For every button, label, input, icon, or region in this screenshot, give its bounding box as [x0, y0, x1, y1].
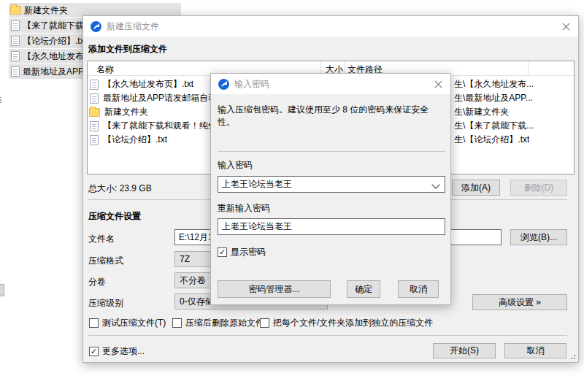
checkbox-box	[218, 247, 227, 257]
cancel-button[interactable]: 取消	[398, 280, 439, 298]
new-archive-titlebar[interactable]: 新建压缩文件	[83, 16, 578, 36]
start-button[interactable]: 开始(S)	[433, 343, 496, 358]
folder-icon	[10, 6, 21, 15]
checkbox-label: 测试压缩文件(T)	[102, 317, 166, 329]
password-combobox[interactable]: 上老王论坛当老王	[218, 176, 445, 193]
close-icon	[434, 80, 442, 88]
password-hint-text: 输入压缩包密码。建议使用至少 8 位的密码来保证安全性。	[218, 104, 442, 128]
file-path: 生\新建文件夹	[454, 106, 509, 118]
checkbox-box	[172, 318, 182, 328]
add-files-heading: 添加文件到压缩文件	[88, 43, 167, 55]
checkbox-box	[89, 318, 99, 328]
password-titlebar[interactable]: 输入密码	[211, 74, 450, 94]
confirm-password-input[interactable]: 上老王论坛当老王	[218, 218, 445, 235]
total-size-text: 总大小: 23.9 GB	[88, 182, 152, 195]
file-name: 【来了就能下载和观看！纯免费	[103, 120, 226, 132]
document-icon	[11, 36, 20, 46]
document-icon	[11, 20, 20, 31]
screen-edge-artifact: 5	[0, 96, 2, 104]
document-icon	[90, 93, 99, 104]
column-header-name[interactable]: 名称	[96, 64, 114, 76]
confirm-password-label: 重新输入密码	[218, 202, 270, 215]
file-name: 【论坛介绍】.txt	[103, 134, 167, 146]
explorer-item-file[interactable]: 最新地址及APP	[9, 64, 82, 79]
chevron-down-icon[interactable]	[431, 180, 439, 188]
document-icon	[11, 66, 20, 77]
screen: 新建文件夹 【来了就能下载 【论坛介绍】.txt 【永久地址发布 最新地址及AP…	[0, 0, 584, 392]
file-name: 新建文件夹	[104, 106, 148, 118]
separate-archives-checkbox[interactable]: 把每个文件/文件夹添加到独立的压缩文件	[260, 317, 433, 329]
test-archive-checkbox[interactable]: 测试压缩文件(T)	[89, 317, 166, 329]
archive-settings-heading: 压缩文件设置	[88, 210, 141, 223]
explorer-item-label: 【永久地址发布	[23, 50, 82, 63]
password-label: 输入密码	[218, 159, 253, 172]
checkbox-label: 显示密码	[231, 246, 266, 258]
file-path: 生\【论坛介绍】.txt	[454, 134, 529, 146]
add-button[interactable]: 添加(A)	[452, 180, 500, 196]
more-options-checkbox[interactable]: 更多选项...	[89, 345, 145, 358]
close-button[interactable]	[426, 74, 450, 94]
explorer-item-label: 【论坛介绍】.txt	[23, 35, 82, 47]
password-dialog: 输入密码 输入压缩包密码。建议使用至少 8 位的密码来保证安全性。 输入密码 上…	[210, 73, 451, 305]
checkbox-label: 把每个文件/文件夹添加到独立的压缩文件	[273, 317, 433, 329]
password-value: 上老王论坛当老王	[222, 178, 292, 191]
level-label: 压缩级别	[88, 297, 123, 310]
file-name: 最新地址及APP请发邮箱自动获	[103, 92, 226, 104]
checkbox-label: 压缩后删除原始文件	[185, 317, 264, 329]
bandizip-app-icon	[218, 79, 229, 90]
filename-label: 文件名	[88, 233, 115, 245]
browse-button[interactable]: 浏览(B)...	[510, 229, 567, 245]
dialog-title: 输入密码	[234, 78, 269, 91]
file-name: 【永久地址发布页】.txt	[103, 78, 193, 91]
checkbox-box	[89, 347, 99, 356]
explorer-item-label: 新建文件夹	[24, 4, 68, 17]
close-icon	[562, 23, 570, 31]
cancel-button[interactable]: 取消	[504, 343, 566, 358]
column-separator[interactable]	[528, 61, 529, 76]
ok-button[interactable]: 确定	[347, 280, 380, 298]
advanced-settings-button[interactable]: 高级设置 »	[472, 294, 567, 310]
explorer-item-file[interactable]: 【永久地址发布	[9, 49, 82, 64]
format-label: 压缩格式	[88, 255, 123, 267]
folder-icon	[89, 108, 100, 117]
checkbox-box	[260, 318, 269, 328]
delete-button: 删除(D)	[510, 180, 567, 196]
password-manager-button[interactable]: 密码管理器...	[218, 280, 331, 298]
explorer-item-file[interactable]: 【论坛介绍】.txt	[9, 34, 82, 48]
resize-grip[interactable]	[569, 353, 576, 360]
explorer-item-label: 【来了就能下载	[23, 20, 82, 32]
divider	[88, 335, 567, 336]
document-icon	[90, 121, 99, 131]
dialog-title: 新建压缩文件	[107, 20, 159, 33]
explorer-item-label: 最新地址及APP	[23, 66, 82, 78]
bandizip-app-icon	[91, 21, 101, 32]
checkbox-label: 更多选项...	[102, 345, 145, 358]
file-path: 生\【来了就能下载...	[454, 120, 534, 132]
document-icon	[90, 135, 99, 145]
file-path: 生\最新地址及APP...	[454, 92, 533, 104]
delete-originals-checkbox[interactable]: 压缩后删除原始文件	[172, 317, 264, 329]
volume-label: 分卷	[88, 276, 106, 288]
screen-edge-box-artifact	[0, 284, 4, 296]
document-icon	[90, 80, 99, 90]
explorer-item-file[interactable]: 【来了就能下载	[9, 18, 82, 33]
document-icon	[11, 51, 20, 61]
show-password-checkbox[interactable]: 显示密码	[218, 246, 266, 258]
divider	[218, 151, 445, 152]
close-button[interactable]	[553, 16, 578, 36]
file-path: 生\【永久地址发布...	[454, 78, 534, 91]
